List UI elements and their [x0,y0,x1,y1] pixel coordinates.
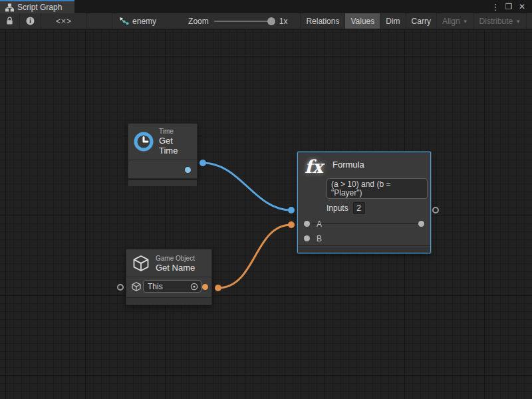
formula-input-a-port[interactable] [304,221,310,227]
get-name-target-external-port[interactable] [117,284,124,291]
code-view-toggle-button[interactable]: <×> [41,13,87,29]
lock-icon [6,17,13,25]
values-button[interactable]: Values [345,13,380,29]
node-footer [298,247,430,253]
node-footer [126,298,211,304]
align-button[interactable]: Align ▼ [437,13,474,29]
node-get-name[interactable]: Game Object Get Name This [126,249,212,305]
relation-line [312,223,418,224]
inputs-count-field[interactable]: 2 [353,202,365,214]
relations-label: Relations [306,17,339,26]
node-category: Time [159,128,192,136]
game-object-cube-icon [132,254,150,273]
node-footer [128,180,197,186]
graph-toolbar: <×> enemy Zoom 1x Relations Values Dim C… [0,13,532,29]
graph-hierarchy-icon [5,3,14,12]
window-maximize-button[interactable]: ❐ [503,1,515,13]
node-get-time[interactable]: Time Get Time [128,123,198,179]
lock-button[interactable] [0,13,20,29]
toolbar-spacer [294,13,301,29]
carry-label: Carry [412,17,431,26]
chevron-down-icon: ▼ [515,19,521,25]
port-row-b: B [298,231,430,246]
tab-title: Script Graph [17,3,62,12]
inputs-label: Inputs [327,203,348,213]
node-title: Get Time [159,136,192,156]
formula-output-port[interactable] [418,221,424,227]
carry-button[interactable]: Carry [406,13,437,29]
breadcrumb-graph-enemy[interactable]: enemy [112,13,163,29]
info-button[interactable] [20,13,41,29]
zoom-value: 1x [279,17,288,26]
flow-graph-icon [119,17,129,25]
toolbar-spacer [87,13,112,29]
port-b-label: B [317,234,322,243]
clock-icon [134,132,154,152]
window-controls: ⋮ ❐ ✕ [489,0,532,13]
game-object-small-cube-icon [131,281,142,292]
fx-icon: fx [305,157,327,177]
distribute-label: Distribute [479,17,513,26]
formula-input-b-port[interactable] [304,235,310,241]
node-title: Formula [332,160,364,170]
zoom-control: Zoom 1x [182,13,294,29]
get-name-output-port[interactable] [202,284,208,290]
window-menu-button[interactable]: ⋮ [489,1,501,13]
port-a-label: A [317,219,322,229]
target-row: This [126,277,211,297]
info-icon [26,17,35,25]
values-label: Values [350,17,374,26]
target-object-field[interactable]: This [143,280,201,293]
tab-script-graph[interactable]: Script Graph [0,0,74,13]
dim-button[interactable]: Dim [380,13,406,29]
window-tab-bar: Script Graph ⋮ ❐ ✕ [0,0,532,13]
toolbar-spacer [527,13,532,29]
target-object-value: This [148,282,190,291]
code-view-icon: <×> [56,17,72,26]
formula-expression-input[interactable]: (a > 10) and (b = "Player") [327,178,428,199]
formula-result-external-port[interactable] [432,207,439,213]
node-category: Game Object [156,255,195,263]
get-time-output-port[interactable] [185,167,191,173]
chevron-down-icon: ▼ [463,19,468,25]
align-label: Align [442,17,460,26]
node-title: Get Name [156,263,195,273]
distribute-button[interactable]: Distribute ▼ [474,13,527,29]
breadcrumb-label: enemy [132,17,156,26]
graph-canvas[interactable]: Time Get Time fx Formula (a > 10) and (b… [0,30,532,399]
object-picker-icon[interactable] [190,283,198,291]
zoom-slider-handle[interactable] [267,17,275,25]
zoom-label: Zoom [188,17,209,26]
node-formula[interactable]: fx Formula (a > 10) and (b = "Player") I… [297,152,431,253]
relations-button[interactable]: Relations [301,13,345,29]
dim-label: Dim [386,17,400,26]
node-divider [298,245,430,246]
zoom-slider[interactable] [214,21,274,22]
port-row-a: A [298,217,430,231]
window-close-button[interactable]: ✕ [516,1,528,13]
